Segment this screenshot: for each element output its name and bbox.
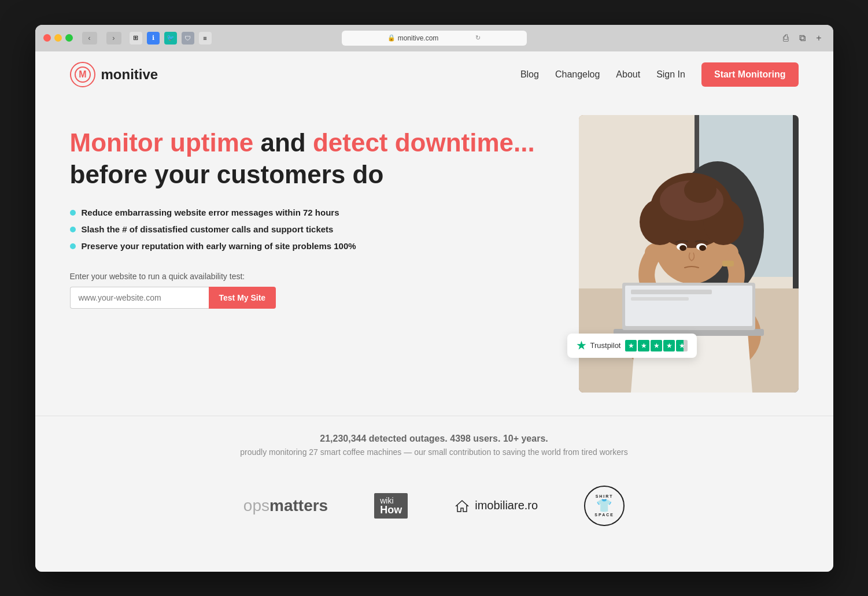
page-content: M monitive Blog Changelog About Sign In …: [35, 51, 833, 572]
star-1: ★: [625, 340, 637, 351]
traffic-light-green[interactable]: [65, 34, 73, 42]
nav-signin[interactable]: Sign In: [656, 69, 685, 80]
traffic-lights: [43, 34, 73, 42]
menu-icon[interactable]: ≡: [199, 32, 212, 45]
test-my-site-button[interactable]: Test My Site: [209, 287, 276, 309]
logo-text: monitive: [101, 66, 158, 83]
new-tab-button[interactable]: +: [812, 32, 825, 45]
logo-opsmatters: opsmatters: [243, 497, 328, 515]
traffic-light-yellow[interactable]: [54, 34, 62, 42]
trustpilot-logo-star: ★: [577, 339, 586, 352]
bullet-text-1: Reduce embarrassing website error messag…: [82, 208, 339, 217]
toolbar-right: ⎙ ⧉ +: [780, 32, 825, 45]
bullet-item-1: Reduce embarrassing website error messag…: [70, 208, 556, 217]
bullet-text-3: Preserve your reputation with early warn…: [82, 241, 356, 251]
star-3: ★: [651, 340, 662, 351]
grid-icon[interactable]: ⊞: [130, 32, 142, 45]
bullet-dot-2: [70, 227, 76, 232]
logo-icon: M: [70, 62, 95, 87]
logo-wikihow: wiki How: [374, 493, 408, 519]
star-4: ★: [663, 340, 675, 351]
bullet-dot-3: [70, 243, 76, 249]
logo-imobiliare: imobiliare.ro: [454, 498, 538, 514]
svg-rect-24: [722, 261, 734, 266]
hero-title-part1: Monitor uptime: [70, 128, 254, 157]
hero-left: Monitor uptime and detect downtime... be…: [70, 115, 556, 309]
trustpilot-label: Trustpilot: [590, 341, 621, 350]
bullet-text-2: Slash the # of dissatisfied customer cal…: [82, 224, 334, 234]
extension-blue-icon[interactable]: ℹ: [147, 32, 160, 45]
logo-shirtspace: SHIRT 👕 SPACE: [584, 486, 625, 526]
svg-point-19: [684, 177, 716, 203]
site-nav: Blog Changelog About Sign In Start Monit…: [520, 62, 799, 87]
url-text: monitive.com: [398, 34, 439, 42]
browser-titlebar: ‹ › ⊞ ℹ 🐦 🛡 ≡ 🔒 monitive.com ↻ ⎙ ⧉ +: [35, 25, 833, 51]
url-input-label: Enter your website to run a quick availa…: [70, 272, 556, 281]
back-button[interactable]: ‹: [82, 32, 97, 45]
website-input[interactable]: [70, 287, 209, 309]
url-input-row: Test My Site: [70, 287, 556, 309]
trustpilot-stars: ★ ★ ★ ★ ★: [625, 340, 688, 351]
star-2: ★: [638, 340, 649, 351]
svg-rect-28: [631, 290, 712, 294]
bullet-list: Reduce embarrassing website error messag…: [70, 208, 556, 251]
house-icon: [454, 498, 470, 514]
stats-sub: proudly monitoring 27 smart coffee machi…: [70, 447, 799, 457]
nav-about[interactable]: About: [616, 69, 640, 80]
start-monitoring-button[interactable]: Start Monitoring: [701, 62, 799, 87]
nav-changelog[interactable]: Changelog: [555, 69, 600, 80]
browser-window: ‹ › ⊞ ℹ 🐦 🛡 ≡ 🔒 monitive.com ↻ ⎙ ⧉ + M: [35, 25, 833, 572]
stats-main: 21,230,344 detected outages. 4398 users.…: [70, 434, 799, 444]
logo-area: M monitive: [70, 62, 158, 87]
hero-title-part2: and: [253, 128, 313, 157]
extension-shield-icon[interactable]: 🛡: [182, 32, 194, 45]
nav-blog[interactable]: Blog: [520, 69, 539, 80]
hero-section: Monitor uptime and detect downtime... be…: [35, 98, 833, 416]
svg-rect-6: [793, 115, 799, 288]
hero-title: Monitor uptime and detect downtime... be…: [70, 127, 556, 190]
svg-point-23: [699, 245, 706, 251]
hero-right: ★ Trustpilot ★ ★ ★ ★ ★: [579, 115, 799, 393]
extension-teal-icon[interactable]: 🐦: [164, 32, 177, 45]
star-5-half: ★: [676, 340, 688, 351]
svg-point-22: [679, 245, 686, 251]
trustpilot-badge: ★ Trustpilot ★ ★ ★ ★ ★: [567, 334, 697, 358]
share-button[interactable]: ⎙: [780, 32, 792, 45]
bullet-item-3: Preserve your reputation with early warn…: [70, 241, 556, 251]
stats-section: 21,230,344 detected outages. 4398 users.…: [35, 416, 833, 468]
imobiliare-text: imobiliare.ro: [475, 499, 538, 512]
svg-text:M: M: [79, 69, 86, 79]
traffic-light-red[interactable]: [43, 34, 51, 42]
bullet-dot-1: [70, 210, 76, 216]
hero-title-part4: before your customers do: [70, 160, 384, 188]
forward-button[interactable]: ›: [106, 32, 121, 45]
hero-title-part3: detect downtime...: [313, 128, 535, 157]
site-header: M monitive Blog Changelog About Sign In …: [35, 51, 833, 98]
sidebar-button[interactable]: ⧉: [796, 32, 809, 45]
bullet-item-2: Slash the # of dissatisfied customer cal…: [70, 224, 556, 234]
svg-rect-29: [631, 297, 689, 301]
logos-section: opsmatters wiki How imobiliare.ro SHIR: [35, 468, 833, 549]
url-bar[interactable]: 🔒 monitive.com ↻: [342, 31, 527, 46]
